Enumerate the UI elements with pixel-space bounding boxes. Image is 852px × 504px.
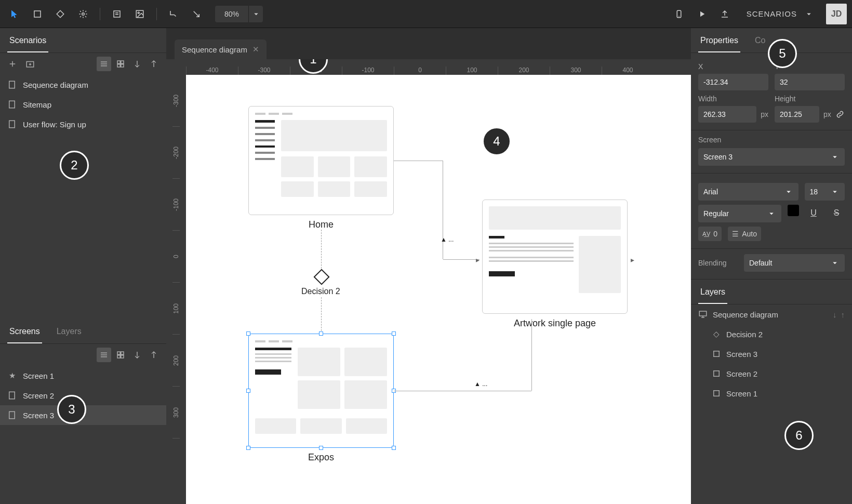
zoom-control[interactable]: 80% [215, 6, 263, 22]
height-input[interactable] [775, 106, 819, 123]
screen-select[interactable]: Screen 3 [698, 148, 845, 166]
svg-rect-38 [714, 371, 720, 377]
image-tool[interactable] [130, 5, 149, 23]
svg-rect-21 [121, 64, 124, 67]
blending-select[interactable]: Default [744, 254, 845, 272]
list-view-icon[interactable] [97, 57, 111, 71]
zoom-value: 80% [215, 10, 248, 18]
arrow-right-icon: ▸ [476, 256, 480, 264]
layer-item[interactable]: Screen 1 [691, 383, 852, 403]
layer-item[interactable]: ◇Decision 2 [691, 324, 852, 344]
scenarios-tab[interactable]: Scenarios [7, 30, 48, 52]
diamond-icon: ◇ [712, 329, 721, 339]
page-icon [7, 410, 17, 420]
connector [443, 259, 480, 260]
left-sidebar: Scenarios Sequence diagram Sitemap User … [0, 28, 166, 504]
grid-view-icon[interactable] [113, 348, 128, 362]
canvas-area: Sequence diagram ✕ -400-300-200-10001002… [166, 28, 691, 504]
decision-node[interactable] [313, 269, 329, 285]
settings-icon[interactable] [74, 5, 92, 23]
play-icon[interactable] [693, 5, 711, 23]
x-input[interactable] [698, 74, 768, 90]
close-tab-icon[interactable]: ✕ [252, 45, 259, 54]
scenario-item[interactable]: Sequence diagram [0, 75, 166, 95]
sort-down-icon[interactable] [130, 57, 144, 71]
y-input[interactable] [775, 74, 845, 90]
layers-left-tab[interactable]: Layers [55, 321, 84, 343]
connector [394, 161, 443, 259]
layer-item[interactable]: Screen 3 [691, 344, 852, 364]
artwork-label: Artwork single page [482, 318, 628, 329]
svg-rect-22 [9, 81, 15, 88]
svg-point-6 [138, 12, 139, 14]
font-weight-select[interactable]: Regular [698, 205, 781, 222]
page-icon [7, 391, 17, 400]
scenario-selector[interactable]: SCENARIOS [738, 9, 822, 19]
text-color[interactable] [788, 205, 799, 216]
upload-icon[interactable] [715, 5, 734, 23]
screen-item[interactable]: Screen 2 [0, 386, 166, 405]
svg-rect-34 [699, 311, 707, 316]
add-scenario-icon[interactable] [5, 57, 20, 71]
svg-rect-0 [34, 11, 41, 17]
svg-rect-18 [117, 61, 120, 63]
scenario-item[interactable]: User flow: Sign up [0, 114, 166, 134]
sort-down-icon[interactable] [130, 348, 144, 362]
canvas[interactable]: Home Decision 2 [186, 75, 691, 504]
properties-tab[interactable]: Properties [698, 30, 740, 52]
svg-rect-32 [9, 392, 15, 399]
width-input[interactable] [698, 106, 756, 123]
right-layers-tab[interactable]: Layers [698, 281, 727, 304]
screens-tab[interactable]: Screens [7, 321, 42, 343]
wireframe-expos[interactable] [248, 334, 394, 448]
frame-tool[interactable] [28, 5, 47, 23]
strikethrough-icon[interactable]: S [828, 205, 845, 221]
file-tab[interactable]: Sequence diagram ✕ [175, 39, 267, 59]
font-select[interactable]: Arial [698, 183, 798, 201]
list-view-icon[interactable] [97, 348, 111, 362]
expos-label: Expos [248, 452, 394, 463]
comments-tab[interactable]: Co [753, 30, 767, 52]
shape-tool[interactable] [51, 5, 70, 23]
svg-rect-33 [9, 412, 15, 419]
letter-spacing-input[interactable]: A͟V0 [698, 227, 722, 241]
screen-item[interactable]: Screen 3 [0, 405, 166, 425]
x-label: X [698, 62, 768, 71]
font-size-select[interactable]: 18 [805, 183, 845, 201]
arrow-tool[interactable] [187, 5, 206, 23]
user-avatar[interactable]: JD [826, 4, 847, 24]
warning-icon: ▲ ... [474, 380, 487, 388]
zoom-dropdown-icon[interactable] [248, 6, 263, 22]
blending-label: Blending [698, 259, 740, 267]
decision-label: Decision 2 [301, 287, 340, 296]
connector [531, 319, 532, 391]
select-tool[interactable] [5, 5, 24, 23]
text-tool[interactable] [108, 5, 126, 23]
grid-view-icon[interactable] [113, 57, 128, 71]
device-preview-icon[interactable] [670, 5, 688, 23]
connector-tool[interactable] [164, 5, 183, 23]
add-folder-icon[interactable] [23, 57, 37, 71]
warning-icon: ▲ ... [441, 236, 454, 243]
scenarios-list: Sequence diagram Sitemap User flow: Sign… [0, 75, 166, 134]
wireframe-home[interactable] [248, 106, 394, 215]
sort-up-icon[interactable] [147, 348, 161, 362]
svg-rect-29 [121, 352, 124, 354]
sort-up-icon[interactable] [147, 57, 161, 71]
frame-icon [712, 369, 721, 378]
right-sidebar: Properties Co X Y Width px Height px Scr… [691, 28, 852, 504]
screen-item[interactable]: ★Screen 1 [0, 366, 166, 386]
y-label: Y [775, 62, 845, 71]
layer-up-icon[interactable]: ↑ [841, 310, 845, 319]
layer-down-icon[interactable]: ↓ [833, 310, 837, 319]
scenario-item[interactable]: Sitemap [0, 95, 166, 114]
underline-icon[interactable]: U [805, 205, 822, 221]
page-icon [7, 100, 17, 109]
layer-root[interactable]: Sequence diagram ↓↑ [691, 304, 852, 324]
link-dimensions-icon[interactable] [835, 106, 845, 123]
layer-item[interactable]: Screen 2 [691, 364, 852, 383]
line-height-input[interactable]: ☰Auto [728, 227, 761, 241]
svg-rect-24 [9, 121, 15, 128]
wireframe-artwork[interactable] [482, 200, 628, 314]
layers-panel: Sequence diagram ↓↑ ◇Decision 2 Screen 3… [691, 304, 852, 504]
